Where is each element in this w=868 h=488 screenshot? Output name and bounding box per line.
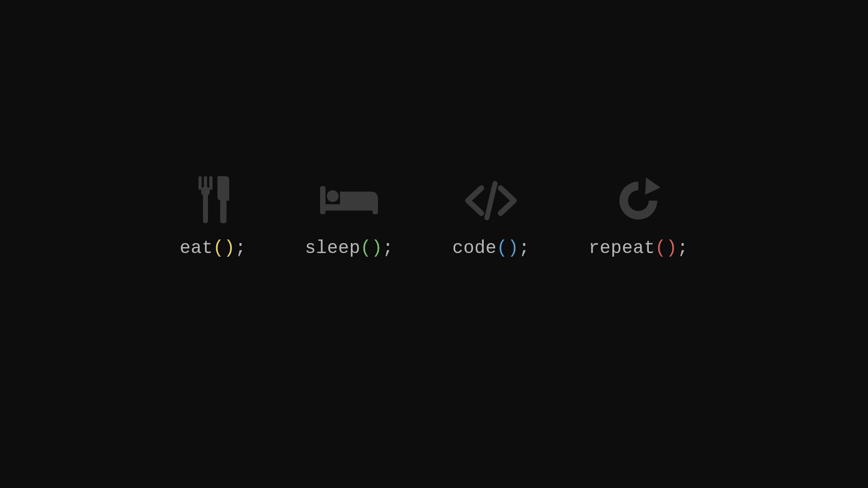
fn-name: eat [179,238,213,258]
svg-point-7 [327,190,339,202]
svg-rect-4 [203,192,208,223]
item-sleep: sleep(); [305,176,393,258]
parens: () [213,238,235,258]
semi: ; [235,238,246,258]
wallpaper-row: eat(); sleep(); code(); [179,176,688,258]
parens: () [497,238,519,258]
item-eat: eat(); [179,176,246,258]
semi: ; [677,238,689,258]
svg-line-10 [487,183,495,218]
semi: ; [382,238,394,258]
semi: ; [519,238,530,258]
bed-icon [317,176,381,225]
fn-name: code [453,238,497,258]
code-brackets-icon [462,176,520,225]
svg-rect-9 [373,204,378,214]
svg-rect-5 [220,198,226,223]
parens: () [655,238,677,258]
fn-name: sleep [305,238,360,258]
fn-name: repeat [589,238,655,258]
repeat-icon [613,176,663,225]
svg-rect-0 [198,176,202,190]
fork-knife-icon [190,176,236,225]
svg-rect-2 [209,176,212,190]
parens: () [360,238,382,258]
item-repeat: repeat(); [589,176,689,258]
label-repeat: repeat(); [589,238,689,258]
label-sleep: sleep(); [305,238,393,258]
svg-rect-8 [320,204,378,211]
label-code: code(); [453,238,530,258]
item-code: code(); [453,176,530,258]
label-eat: eat(); [179,238,246,258]
